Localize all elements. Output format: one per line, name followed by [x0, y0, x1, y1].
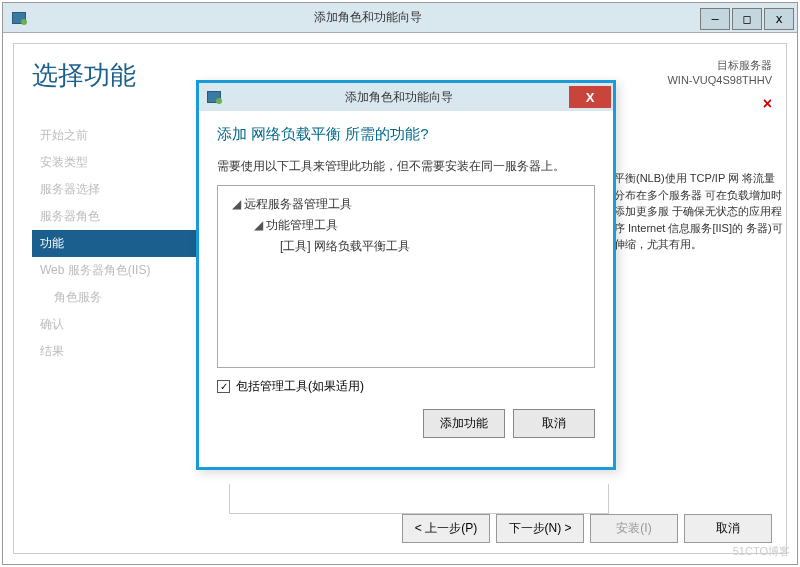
page-title: 选择功能: [32, 58, 136, 93]
sidebar-item-server-select[interactable]: 服务器选择: [32, 176, 202, 203]
app-icon: [3, 12, 35, 24]
dialog-cancel-button[interactable]: 取消: [513, 409, 595, 438]
sidebar-item-before[interactable]: 开始之前: [32, 122, 202, 149]
include-mgmt-label: 包括管理工具(如果适用): [236, 378, 364, 395]
sidebar-item-server-roles[interactable]: 服务器角色: [32, 203, 202, 230]
include-mgmt-checkbox[interactable]: ✓: [217, 380, 230, 393]
prev-button[interactable]: < 上一步(P): [402, 514, 490, 543]
tree-node-nlb-tools[interactable]: [工具] 网络负载平衡工具: [228, 236, 584, 257]
expander-icon[interactable]: ◢: [232, 197, 244, 211]
watermark: 51CTO博客: [733, 544, 790, 559]
include-mgmt-tools-row[interactable]: ✓ 包括管理工具(如果适用): [217, 378, 595, 395]
dialog-text: 需要使用以下工具来管理此功能，但不需要安装在同一服务器上。: [217, 158, 595, 175]
features-panel-bottom: [229, 484, 609, 514]
dialog-heading: 添加 网络负载平衡 所需的功能?: [217, 125, 595, 144]
next-button[interactable]: 下一步(N) >: [496, 514, 584, 543]
feature-description: 平衡(NLB)使用 TCP/IP 网 将流量分布在多个服务器 可在负载增加时添加…: [614, 170, 784, 253]
sidebar-item-role-services[interactable]: 角色服务: [32, 284, 202, 311]
tree-node-feature-mgmt[interactable]: ◢功能管理工具: [228, 215, 584, 236]
minimize-button[interactable]: —: [700, 8, 730, 30]
refresh-error-icon[interactable]: ×: [667, 93, 772, 115]
dialog-close-button[interactable]: X: [569, 86, 611, 108]
dialog-titlebar: 添加角色和功能向导 X: [199, 83, 613, 111]
close-button[interactable]: x: [764, 8, 794, 30]
dialog-title: 添加角色和功能向导: [229, 89, 569, 106]
cancel-button[interactable]: 取消: [684, 514, 772, 543]
sidebar-item-features[interactable]: 功能: [32, 230, 202, 257]
dialog-icon: [199, 91, 229, 103]
target-label: 目标服务器: [667, 58, 772, 73]
target-server: 目标服务器 WIN-VUQ4S98THHV ×: [667, 58, 772, 115]
sidebar-item-confirm[interactable]: 确认: [32, 311, 202, 338]
wizard-nav-buttons: < 上一步(P) 下一步(N) > 安装(I) 取消: [402, 514, 772, 543]
outer-title: 添加角色和功能向导: [35, 9, 701, 26]
expander-icon[interactable]: ◢: [254, 218, 266, 232]
add-features-button[interactable]: 添加功能: [423, 409, 505, 438]
maximize-button[interactable]: □: [732, 8, 762, 30]
outer-titlebar: 添加角色和功能向导 — □ x: [3, 3, 797, 33]
required-features-tree[interactable]: ◢远程服务器管理工具 ◢功能管理工具 [工具] 网络负载平衡工具: [217, 185, 595, 368]
tree-node-remote-tools[interactable]: ◢远程服务器管理工具: [228, 194, 584, 215]
wizard-steps-sidebar: 开始之前 安装类型 服务器选择 服务器角色 功能 Web 服务器角色(IIS) …: [32, 122, 202, 365]
sidebar-item-install-type[interactable]: 安装类型: [32, 149, 202, 176]
sidebar-item-results[interactable]: 结果: [32, 338, 202, 365]
add-features-dialog: 添加角色和功能向导 X 添加 网络负载平衡 所需的功能? 需要使用以下工具来管理…: [196, 80, 616, 470]
server-name: WIN-VUQ4S98THHV: [667, 73, 772, 88]
install-button[interactable]: 安装(I): [590, 514, 678, 543]
sidebar-item-iis[interactable]: Web 服务器角色(IIS): [32, 257, 202, 284]
